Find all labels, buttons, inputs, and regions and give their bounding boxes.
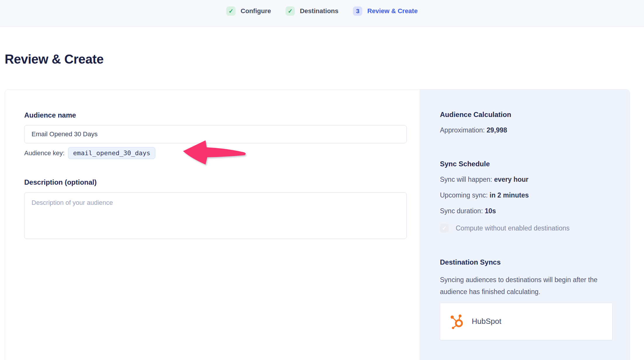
description-textarea[interactable] [24,192,407,239]
stepper-step-review-create[interactable]: 3 Review & Create [353,6,417,16]
destination-card-hubspot[interactable]: HubSpot [440,303,612,340]
audience-calculation-title: Audience Calculation [440,111,612,119]
audience-key-chip[interactable]: email_opened_30_days [68,147,155,159]
page-title: Review & Create [5,52,644,67]
hubspot-logo-icon [450,314,465,329]
sync-frequency-value: every hour [494,176,528,183]
checkbox-label: Compute without enabled destinations [456,224,570,232]
sync-frequency-line: Sync will happen: every hour [440,176,612,184]
audience-form-section: Audience name Audience key: email_opened… [5,90,420,360]
sync-frequency-label: Sync will happen: [440,176,492,183]
stepper-step-destinations[interactable]: ✓ Destinations [286,6,338,16]
sync-duration-label: Sync duration: [440,207,483,215]
compute-without-destinations-checkbox[interactable]: ✓ Compute without enabled destinations [440,224,612,233]
review-create-card: Audience name Audience key: email_opened… [5,89,630,360]
stepper-step-label: Destinations [300,7,338,15]
step-complete-check-icon: ✓ [286,6,295,16]
step-number-badge: 3 [353,6,362,16]
stepper-step-label: Configure [241,7,271,15]
approximation-value: 29,998 [487,126,507,134]
destination-name: HubSpot [472,317,501,326]
upcoming-sync-value: in 2 minutes [490,191,529,199]
audience-name-input[interactable] [24,125,407,143]
checkbox-check-icon: ✓ [440,224,449,233]
stepper-step-configure[interactable]: ✓ Configure [226,6,271,16]
destination-syncs-description: Syncing audiences to destinations will b… [440,274,609,298]
stepper: ✓ Configure ✓ Destinations 3 Review & Cr… [226,6,417,16]
approximation-label: Approximation: [440,126,485,134]
sync-duration-line: Sync duration: 10s [440,207,612,215]
step-complete-check-icon: ✓ [226,6,236,16]
upcoming-sync-label: Upcoming sync: [440,191,488,199]
upcoming-sync-line: Upcoming sync: in 2 minutes [440,191,612,199]
audience-name-label: Audience name [24,111,407,119]
wizard-stepper-bar: ✓ Configure ✓ Destinations 3 Review & Cr… [0,0,644,27]
audience-key-label: Audience key: [24,149,65,157]
stepper-step-label: Review & Create [367,7,417,15]
destination-syncs-title: Destination Syncs [440,258,612,266]
audience-key-row: Audience key: email_opened_30_days [24,147,407,159]
summary-panel: Audience Calculation Approximation: 29,9… [420,90,630,360]
description-label: Description (optional) [24,178,407,186]
approximation-line: Approximation: 29,998 [440,126,612,134]
sync-schedule-title: Sync Schedule [440,160,612,168]
sync-duration-value: 10s [485,207,496,215]
